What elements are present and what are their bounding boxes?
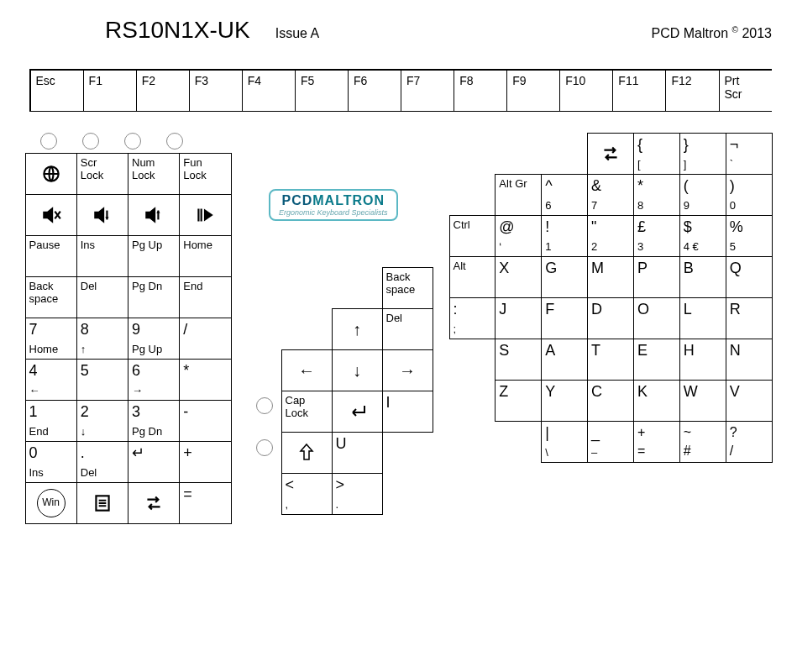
key[interactable]: Backspace <box>382 267 433 309</box>
key[interactable]: T <box>587 339 634 381</box>
key[interactable] <box>25 194 77 236</box>
key[interactable]: 4← <box>25 359 77 401</box>
key[interactable]: CapLock <box>281 391 333 433</box>
key[interactable] <box>281 432 333 474</box>
key[interactable]: &7 <box>587 174 634 216</box>
key[interactable]: 0Ins <box>25 441 77 483</box>
key[interactable]: ^6 <box>541 174 588 216</box>
key[interactable]: Alt Gr <box>495 174 542 216</box>
function-key[interactable]: F7 <box>401 70 454 112</box>
key[interactable]: O <box>633 297 680 339</box>
key[interactable]: ?/ <box>726 421 773 463</box>
function-key[interactable]: F12 <box>665 70 719 112</box>
key[interactable] <box>25 153 77 195</box>
function-key[interactable]: F2 <box>136 70 190 112</box>
key[interactable]: G <box>541 256 588 298</box>
key[interactable] <box>128 194 180 236</box>
key[interactable]: }] <box>679 133 726 175</box>
function-key[interactable]: PrtScr <box>719 70 772 112</box>
key[interactable]: )0 <box>726 174 773 216</box>
key[interactable]: "2 <box>587 215 634 257</box>
key[interactable]: ↵ <box>128 441 180 483</box>
key[interactable]: Y <box>541 380 588 422</box>
key[interactable]: 9Pg Up <box>128 318 180 360</box>
key[interactable] <box>179 194 231 236</box>
key[interactable]: P <box>633 256 680 298</box>
function-key[interactable]: F4 <box>242 70 296 112</box>
key[interactable]: Ins <box>76 235 128 277</box>
key[interactable]: {[ <box>633 133 680 175</box>
key[interactable]: _– <box>587 421 634 463</box>
function-key[interactable]: F8 <box>454 70 507 112</box>
key[interactable]: H <box>679 339 726 381</box>
function-key[interactable]: Esc <box>30 70 84 112</box>
key[interactable]: .Del <box>76 441 128 483</box>
key[interactable]: D <box>587 297 634 339</box>
key[interactable]: End <box>179 276 231 318</box>
key[interactable]: 7Home <box>25 318 77 360</box>
key[interactable]: C <box>587 380 634 422</box>
function-key[interactable]: F9 <box>506 70 560 112</box>
key[interactable]: 2↓ <box>76 400 128 442</box>
key[interactable]: 6→ <box>128 359 180 401</box>
key[interactable] <box>76 482 128 524</box>
key[interactable]: Win <box>25 482 77 524</box>
key[interactable]: += <box>633 421 680 463</box>
key[interactable] <box>587 133 634 175</box>
key[interactable]: Q <box>726 256 773 298</box>
key[interactable]: ↑ <box>332 308 383 350</box>
key[interactable]: £3 <box>633 215 680 257</box>
key[interactable]: ScrLock <box>76 153 128 195</box>
key[interactable]: * <box>179 359 231 401</box>
key[interactable]: *8 <box>633 174 680 216</box>
key[interactable]: Pg Up <box>128 235 180 277</box>
key[interactable]: ~# <box>679 421 726 463</box>
key[interactable]: V <box>726 380 773 422</box>
key[interactable] <box>332 391 383 433</box>
function-key[interactable]: F10 <box>559 70 613 112</box>
key[interactable]: Del <box>76 276 128 318</box>
key[interactable]: >. <box>332 473 383 515</box>
key[interactable]: 1End <box>25 400 77 442</box>
key[interactable]: ← <box>281 349 333 391</box>
key[interactable]: @‘ <box>495 215 542 257</box>
key[interactable]: <, <box>281 473 333 515</box>
key[interactable]: J <box>495 297 542 339</box>
key[interactable]: |\ <box>541 421 588 463</box>
key[interactable]: U <box>332 432 383 474</box>
key[interactable]: Pause <box>25 235 77 277</box>
key[interactable]: N <box>726 339 773 381</box>
key[interactable] <box>128 482 180 524</box>
key[interactable]: A <box>541 339 588 381</box>
key[interactable]: W <box>679 380 726 422</box>
key[interactable] <box>76 194 128 236</box>
key[interactable]: !1 <box>541 215 588 257</box>
key[interactable]: → <box>382 349 433 391</box>
key[interactable]: (9 <box>679 174 726 216</box>
key[interactable]: S <box>495 339 542 381</box>
key[interactable]: Pg Dn <box>128 276 180 318</box>
function-key[interactable]: F5 <box>295 70 349 112</box>
key[interactable]: M <box>587 256 634 298</box>
key[interactable]: F <box>541 297 588 339</box>
key[interactable]: NumLock <box>128 153 180 195</box>
key[interactable]: I <box>382 391 433 433</box>
function-key[interactable]: F1 <box>83 70 137 112</box>
key[interactable]: Home <box>179 235 231 277</box>
key[interactable]: - <box>179 400 231 442</box>
key[interactable]: L <box>679 297 726 339</box>
key[interactable]: Backspace <box>25 276 77 318</box>
key[interactable]: Del <box>382 308 433 350</box>
key[interactable]: 3Pg Dn <box>128 400 180 442</box>
key[interactable]: FunLock <box>179 153 231 195</box>
key[interactable]: %5 <box>726 215 773 257</box>
key[interactable]: = <box>179 482 231 524</box>
key[interactable]: ↓ <box>332 349 383 391</box>
key[interactable]: Alt <box>449 256 496 298</box>
function-key[interactable]: F3 <box>189 70 243 112</box>
key[interactable]: / <box>179 318 231 360</box>
key[interactable]: X <box>495 256 542 298</box>
key[interactable]: :; <box>449 297 496 339</box>
function-key[interactable]: F11 <box>612 70 666 112</box>
key[interactable]: Z <box>495 380 542 422</box>
